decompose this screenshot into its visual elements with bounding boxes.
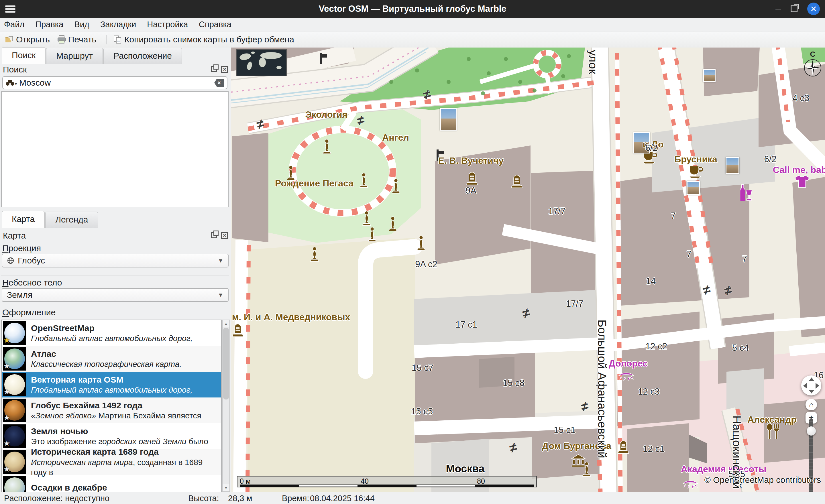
- status-altitude-label: Высота:: [188, 494, 219, 503]
- building-number: 17/7: [548, 206, 566, 217]
- menu-bookmarks[interactable]: Закладки: [100, 20, 136, 29]
- tab-location[interactable]: Расположение: [103, 48, 182, 64]
- status-bar: Расположение: недоступно Высота: 28,3 м …: [0, 492, 825, 504]
- map-attribution: © OpenStreetMap contributors: [704, 475, 821, 485]
- photo-marker[interactable]: [687, 181, 700, 195]
- theme-item-behaim-globe[interactable]: ★ Глобус Бехайма 1492 года «Земное яблок…: [2, 398, 221, 423]
- overview-world-map[interactable]: [236, 49, 287, 76]
- status-time-value: 08.04.2025 16:44: [310, 494, 375, 503]
- theme-item-earth-at-night[interactable]: ★ Земля ночью Это изображение городских …: [2, 423, 221, 449]
- menu-help[interactable]: Справка: [199, 20, 231, 29]
- search-binoculars-icon[interactable]: [6, 80, 14, 86]
- globe-icon: [7, 257, 14, 264]
- scroll-up-icon[interactable]: ▲: [223, 320, 229, 327]
- undock-panel-icon[interactable]: [211, 232, 217, 238]
- pan-right-icon[interactable]: [816, 383, 819, 389]
- panel-splitter[interactable]: ······: [108, 208, 123, 214]
- photo-marker[interactable]: [440, 108, 457, 131]
- favorite-star-icon: ★: [3, 388, 10, 396]
- theme-thumbnail: ★: [3, 373, 26, 396]
- undock-panel-icon[interactable]: [211, 66, 217, 72]
- scale-segments: [240, 485, 534, 487]
- toolbar: Открыть Печать Копировать снимок карты в…: [0, 31, 825, 48]
- building-number: 15 c1: [554, 425, 576, 435]
- theme-thumbnail: ★: [3, 321, 26, 345]
- tab-map[interactable]: Карта: [2, 211, 45, 228]
- search-input[interactable]: [19, 78, 214, 88]
- building-number: 7: [742, 254, 747, 264]
- scale-zero: 0 м: [240, 477, 251, 485]
- projection-label: Проекция: [2, 243, 41, 253]
- compass-rose[interactable]: C: [803, 50, 823, 78]
- tab-search[interactable]: Поиск: [2, 47, 46, 64]
- chevron-down-icon: ▼: [218, 257, 223, 264]
- building-number: 9A c2: [415, 259, 437, 269]
- copy-map-button[interactable]: Копировать снимок карты в буфер обмена: [111, 35, 299, 45]
- pan-dpad[interactable]: [801, 375, 821, 396]
- poi-label: Call me, baby: [773, 165, 825, 175]
- home-button[interactable]: ⌂: [806, 399, 817, 410]
- close-panel-icon[interactable]: ×: [221, 66, 228, 73]
- poi-label: Ангел: [382, 132, 409, 143]
- side-panel: Поиск Маршрут Расположение Поиск × ▾ × ·…: [0, 48, 231, 492]
- status-altitude-value: 28,3 м: [228, 494, 252, 503]
- theme-list-scrollbar[interactable]: ▲ ▼: [222, 320, 230, 492]
- open-label: Открыть: [16, 35, 50, 45]
- scrollbar-thumb[interactable]: [223, 328, 229, 400]
- print-button[interactable]: Печать: [55, 35, 101, 45]
- theme-thumbnail: ★: [3, 476, 26, 492]
- menu-settings[interactable]: Настройка: [147, 20, 188, 29]
- zoom-slider-handle[interactable]: [807, 426, 816, 435]
- celestial-select[interactable]: Земля ▼: [2, 288, 229, 302]
- building-number: 14: [646, 276, 656, 286]
- open-button[interactable]: Открыть: [3, 35, 55, 45]
- building-number: 6/2: [764, 154, 776, 164]
- toolbar-separator: [106, 35, 106, 45]
- building-number: 15 c5: [411, 406, 433, 417]
- search-results-list[interactable]: [1, 91, 229, 207]
- maximize-button[interactable]: [791, 5, 798, 12]
- folder-open-icon: [5, 35, 14, 45]
- scroll-down-icon[interactable]: ▼: [223, 484, 229, 491]
- theme-item-atlas[interactable]: ★ Атлас Классическая топографическая кар…: [2, 346, 221, 372]
- search-dropdown-icon[interactable]: ▾: [15, 82, 17, 86]
- map-canvas[interactable]: C ≠ ≠ ≠ ≠ ≠ ≠ ≠ ≠ Экология Ангел Рождени…: [231, 48, 825, 492]
- tab-legend[interactable]: Легенда: [45, 212, 98, 228]
- menu-edit[interactable]: Правка: [35, 20, 63, 29]
- poi-label: Академия красоты: [681, 464, 766, 475]
- building-number: 5 c4: [732, 343, 749, 353]
- clear-search-icon[interactable]: ×: [214, 79, 224, 87]
- pan-left-icon[interactable]: [803, 383, 807, 389]
- close-panel-icon[interactable]: ×: [221, 232, 228, 239]
- title-bar: Vector OSM — Виртуальный глобус Marble –…: [0, 0, 825, 18]
- pan-up-icon[interactable]: [809, 377, 814, 381]
- menu-bar: Файл Правка Вид Закладки Настройка Справ…: [0, 18, 825, 31]
- projection-select[interactable]: Глобус ▼: [2, 254, 229, 267]
- theme-item-precipitation-december[interactable]: ★ Осадки в декабре: [2, 475, 221, 492]
- poi-label: Рождение Пегаса: [275, 178, 354, 189]
- chevron-down-icon: ▼: [218, 292, 223, 299]
- map-scale-bar: 0 м 40 80 1 : 762: [237, 476, 537, 487]
- pan-down-icon[interactable]: [809, 390, 814, 394]
- gate-post-icon: [320, 53, 327, 64]
- menu-file[interactable]: Файл: [4, 20, 24, 29]
- theme-item-historical-1689[interactable]: ★ Историческая карта 1689 года Историчес…: [2, 449, 221, 475]
- poi-label: Экология: [305, 109, 348, 120]
- photo-marker[interactable]: [726, 157, 739, 174]
- building-number: 17/7: [566, 299, 583, 309]
- hamburger-menu-icon[interactable]: [5, 4, 17, 14]
- theme-thumbnail: ★: [3, 399, 26, 422]
- close-button[interactable]: ✕: [807, 3, 820, 15]
- search-box: ▾ ×: [2, 76, 227, 89]
- poi-label: Е. В. Вучетичу: [438, 156, 504, 166]
- minimize-button[interactable]: –: [775, 4, 781, 14]
- menu-view[interactable]: Вид: [74, 20, 89, 29]
- tab-route[interactable]: Маршрут: [46, 48, 103, 64]
- building-number: 4 c3: [793, 93, 810, 103]
- building-number: 6/2: [645, 143, 658, 153]
- theme-item-vector-osm[interactable]: ★ Векторная карта OSM Глобальный атлас а…: [2, 372, 221, 398]
- photo-marker[interactable]: [703, 69, 716, 82]
- scale-end: 80: [477, 477, 485, 485]
- theme-item-openstreetmap[interactable]: ★ OpenStreetMap Глобальный атлас автомоб…: [2, 320, 221, 346]
- building-number: 7: [671, 211, 675, 221]
